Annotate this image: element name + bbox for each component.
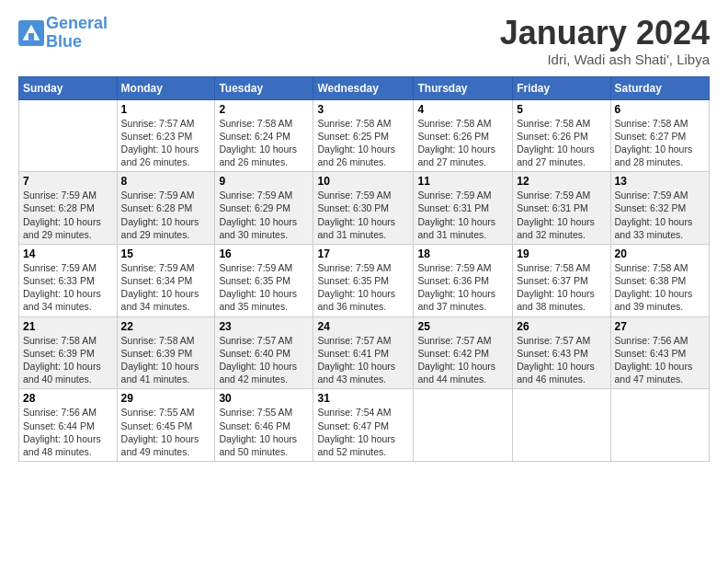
- day-cell: 2Sunrise: 7:58 AM Sunset: 6:24 PM Daylig…: [215, 99, 313, 172]
- col-header-friday: Friday: [513, 76, 610, 99]
- day-cell: 30Sunrise: 7:55 AM Sunset: 6:46 PM Dayli…: [215, 389, 313, 462]
- header-row: SundayMondayTuesdayWednesdayThursdayFrid…: [19, 76, 710, 99]
- logo-text: General Blue: [46, 15, 108, 52]
- week-row-5: 28Sunrise: 7:56 AM Sunset: 6:44 PM Dayli…: [19, 389, 710, 462]
- day-number: 29: [121, 392, 211, 405]
- logo-icon: [18, 20, 44, 46]
- week-row-3: 14Sunrise: 7:59 AM Sunset: 6:33 PM Dayli…: [19, 244, 710, 316]
- day-number: 21: [23, 320, 113, 333]
- day-cell: [19, 99, 118, 172]
- day-info: Sunrise: 7:58 AM Sunset: 6:25 PM Dayligh…: [317, 117, 409, 169]
- day-cell: 18Sunrise: 7:59 AM Sunset: 6:36 PM Dayli…: [414, 244, 513, 316]
- day-cell: 8Sunrise: 7:59 AM Sunset: 6:28 PM Daylig…: [117, 172, 215, 245]
- day-number: 14: [23, 247, 113, 260]
- day-cell: 22Sunrise: 7:58 AM Sunset: 6:39 PM Dayli…: [117, 316, 215, 389]
- day-cell: 25Sunrise: 7:57 AM Sunset: 6:42 PM Dayli…: [414, 316, 513, 389]
- day-info: Sunrise: 7:55 AM Sunset: 6:45 PM Dayligh…: [121, 406, 211, 458]
- day-cell: 9Sunrise: 7:59 AM Sunset: 6:29 PM Daylig…: [215, 172, 313, 245]
- day-number: 23: [219, 320, 309, 333]
- day-cell: 24Sunrise: 7:57 AM Sunset: 6:41 PM Dayli…: [313, 316, 414, 389]
- day-info: Sunrise: 7:58 AM Sunset: 6:38 PM Dayligh…: [615, 261, 705, 314]
- day-number: 30: [219, 392, 309, 405]
- day-info: Sunrise: 7:59 AM Sunset: 6:33 PM Dayligh…: [23, 261, 113, 314]
- day-number: 20: [615, 247, 705, 260]
- day-number: 15: [121, 247, 211, 260]
- day-number: 10: [317, 175, 409, 188]
- day-number: 9: [219, 175, 309, 188]
- day-info: Sunrise: 7:59 AM Sunset: 6:35 PM Dayligh…: [317, 261, 409, 314]
- day-cell: 1Sunrise: 7:57 AM Sunset: 6:23 PM Daylig…: [117, 99, 215, 172]
- day-cell: 17Sunrise: 7:59 AM Sunset: 6:35 PM Dayli…: [313, 244, 414, 316]
- day-cell: 12Sunrise: 7:59 AM Sunset: 6:31 PM Dayli…: [513, 172, 610, 245]
- day-cell: [414, 389, 513, 462]
- day-info: Sunrise: 7:58 AM Sunset: 6:37 PM Dayligh…: [517, 261, 606, 314]
- day-cell: 3Sunrise: 7:58 AM Sunset: 6:25 PM Daylig…: [313, 99, 414, 172]
- day-number: 5: [517, 103, 606, 116]
- day-number: 16: [219, 247, 309, 260]
- day-info: Sunrise: 7:58 AM Sunset: 6:26 PM Dayligh…: [417, 117, 508, 169]
- day-cell: 7Sunrise: 7:59 AM Sunset: 6:28 PM Daylig…: [19, 172, 118, 245]
- day-number: 12: [517, 175, 606, 188]
- day-info: Sunrise: 7:59 AM Sunset: 6:29 PM Dayligh…: [219, 189, 309, 241]
- day-info: Sunrise: 7:59 AM Sunset: 6:32 PM Dayligh…: [615, 189, 705, 241]
- day-cell: 14Sunrise: 7:59 AM Sunset: 6:33 PM Dayli…: [19, 244, 118, 316]
- day-number: 8: [121, 175, 211, 188]
- day-number: 11: [417, 175, 508, 188]
- day-number: 2: [219, 103, 309, 116]
- day-info: Sunrise: 7:58 AM Sunset: 6:26 PM Dayligh…: [517, 117, 606, 169]
- page: General Blue January 2024 Idri, Wadi ash…: [0, 0, 728, 563]
- day-cell: 10Sunrise: 7:59 AM Sunset: 6:30 PM Dayli…: [313, 172, 414, 245]
- title-block: January 2024 Idri, Wadi ash Shati', Liby…: [500, 15, 710, 67]
- day-cell: 31Sunrise: 7:54 AM Sunset: 6:47 PM Dayli…: [313, 389, 414, 462]
- svg-rect-2: [28, 33, 34, 40]
- day-number: 28: [23, 392, 113, 405]
- day-info: Sunrise: 7:56 AM Sunset: 6:43 PM Dayligh…: [615, 334, 705, 386]
- day-info: Sunrise: 7:59 AM Sunset: 6:30 PM Dayligh…: [317, 189, 409, 241]
- day-info: Sunrise: 7:59 AM Sunset: 6:36 PM Dayligh…: [417, 261, 508, 314]
- day-number: 31: [317, 392, 409, 405]
- day-cell: 26Sunrise: 7:57 AM Sunset: 6:43 PM Dayli…: [513, 316, 610, 389]
- day-info: Sunrise: 7:59 AM Sunset: 6:28 PM Dayligh…: [121, 189, 211, 241]
- day-cell: 19Sunrise: 7:58 AM Sunset: 6:37 PM Dayli…: [513, 244, 610, 316]
- col-header-sunday: Sunday: [19, 76, 118, 99]
- day-cell: 27Sunrise: 7:56 AM Sunset: 6:43 PM Dayli…: [610, 316, 709, 389]
- logo-blue: Blue: [46, 33, 108, 52]
- day-number: 26: [517, 320, 606, 333]
- day-cell: [610, 389, 709, 462]
- day-info: Sunrise: 7:57 AM Sunset: 6:40 PM Dayligh…: [219, 334, 309, 386]
- day-number: 7: [23, 175, 113, 188]
- day-cell: 4Sunrise: 7:58 AM Sunset: 6:26 PM Daylig…: [414, 99, 513, 172]
- day-info: Sunrise: 7:57 AM Sunset: 6:42 PM Dayligh…: [417, 334, 508, 386]
- day-number: 17: [317, 247, 409, 260]
- day-number: 19: [517, 247, 606, 260]
- day-info: Sunrise: 7:57 AM Sunset: 6:41 PM Dayligh…: [317, 334, 409, 386]
- col-header-monday: Monday: [117, 76, 215, 99]
- month-year-title: January 2024: [500, 15, 710, 52]
- day-info: Sunrise: 7:57 AM Sunset: 6:23 PM Dayligh…: [121, 117, 211, 169]
- day-cell: 21Sunrise: 7:58 AM Sunset: 6:39 PM Dayli…: [19, 316, 118, 389]
- day-number: 25: [417, 320, 508, 333]
- day-info: Sunrise: 7:59 AM Sunset: 6:34 PM Dayligh…: [121, 261, 211, 314]
- day-number: 1: [121, 103, 211, 116]
- day-info: Sunrise: 7:54 AM Sunset: 6:47 PM Dayligh…: [317, 406, 409, 458]
- day-cell: 16Sunrise: 7:59 AM Sunset: 6:35 PM Dayli…: [215, 244, 313, 316]
- week-row-1: 1Sunrise: 7:57 AM Sunset: 6:23 PM Daylig…: [19, 99, 710, 172]
- location-subtitle: Idri, Wadi ash Shati', Libya: [500, 52, 710, 67]
- day-info: Sunrise: 7:59 AM Sunset: 6:31 PM Dayligh…: [517, 189, 606, 241]
- day-cell: 13Sunrise: 7:59 AM Sunset: 6:32 PM Dayli…: [610, 172, 709, 245]
- day-number: 6: [615, 103, 705, 116]
- day-cell: 29Sunrise: 7:55 AM Sunset: 6:45 PM Dayli…: [117, 389, 215, 462]
- col-header-thursday: Thursday: [414, 76, 513, 99]
- day-info: Sunrise: 7:55 AM Sunset: 6:46 PM Dayligh…: [219, 406, 309, 458]
- day-number: 22: [121, 320, 211, 333]
- day-number: 18: [417, 247, 508, 260]
- day-cell: 28Sunrise: 7:56 AM Sunset: 6:44 PM Dayli…: [19, 389, 118, 462]
- day-info: Sunrise: 7:56 AM Sunset: 6:44 PM Dayligh…: [23, 406, 113, 458]
- col-header-tuesday: Tuesday: [215, 76, 313, 99]
- day-info: Sunrise: 7:59 AM Sunset: 6:35 PM Dayligh…: [219, 261, 309, 314]
- day-info: Sunrise: 7:58 AM Sunset: 6:39 PM Dayligh…: [121, 334, 211, 386]
- day-info: Sunrise: 7:58 AM Sunset: 6:39 PM Dayligh…: [23, 334, 113, 386]
- col-header-wednesday: Wednesday: [313, 76, 414, 99]
- day-cell: [513, 389, 610, 462]
- day-cell: 11Sunrise: 7:59 AM Sunset: 6:31 PM Dayli…: [414, 172, 513, 245]
